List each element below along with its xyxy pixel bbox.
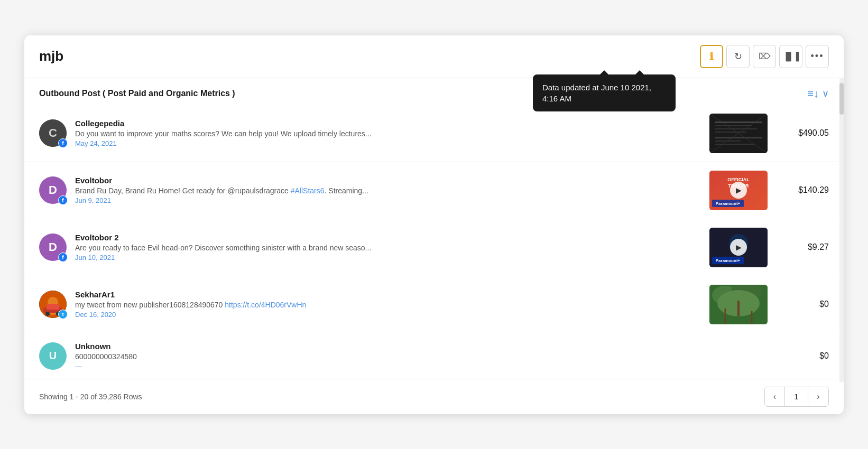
scrollbar-thumb[interactable] (839, 83, 844, 115)
play-button: ▶ (730, 239, 747, 256)
info-icon: ℹ (709, 50, 714, 63)
post-amount: $490.05 (776, 128, 829, 138)
post-thumbnail: OFFICIAL TRAILER Paramount+ ▶ (709, 171, 768, 210)
scrollbar-track[interactable] (839, 78, 844, 382)
svg-point-27 (45, 312, 50, 316)
svg-text:Paramount+: Paramount+ (716, 258, 741, 263)
chevron-down-icon: ∨ (822, 88, 829, 99)
post-link[interactable]: https://t.co/4HD06rVwHn (225, 301, 306, 309)
svg-rect-6 (715, 125, 752, 126)
section-title: Outbound Post ( Post Paid and Organic Me… (39, 89, 235, 98)
more-button[interactable]: ••• (806, 45, 829, 68)
sort-icon: ≡↓ (807, 88, 819, 100)
table-row: D f Evoltobor 2 Are you ready to face Ev… (24, 219, 844, 276)
svg-text:OFFICIAL: OFFICIAL (727, 177, 750, 182)
post-thumbnail: Paramount+ ▶ (709, 228, 768, 267)
post-amount: $0 (776, 300, 829, 309)
hashtag-link[interactable]: #AllStars6 (291, 186, 325, 195)
twitter-badge: t (58, 310, 68, 319)
table-row: D f Evoltobor Brand Ru Day, Brand Ru Hom… (24, 162, 844, 219)
post-info: Evoltobor Brand Ru Day, Brand Ru Home! G… (75, 176, 701, 204)
table-row: C f Collegepedia Do you want to improve … (24, 105, 844, 162)
current-page: 1 (785, 387, 808, 406)
chart-button[interactable]: ▐▌▐ (779, 45, 802, 68)
post-amount: $0 (776, 351, 829, 361)
svg-rect-11 (715, 144, 754, 145)
post-date: Jun 10, 2021 (75, 254, 701, 261)
footer-showing-text: Showing 1 - 20 of 39,286 Rows (39, 392, 142, 401)
svg-rect-8 (715, 132, 746, 133)
post-text: 600000000324580 (75, 352, 417, 361)
table-row: U Unknown 600000000324580 — $0 (24, 333, 844, 379)
app-title: mjb (39, 48, 63, 64)
footer: Showing 1 - 20 of 39,286 Rows ‹ 1 › (24, 379, 844, 414)
facebook-badge: f (58, 252, 68, 262)
post-name: Collegepedia (75, 119, 701, 128)
section-header: Outbound Post ( Post Paid and Organic Me… (24, 78, 844, 105)
avatar-wrap: D f (39, 176, 67, 204)
svg-rect-9 (715, 137, 762, 138)
post-name: Evoltobor 2 (75, 233, 701, 242)
chart-icon: ▐▌▐ (783, 52, 799, 61)
avatar-letter: U (49, 350, 57, 362)
post-text: Are you ready to face Evil head-on? Disc… (75, 244, 445, 252)
header-actions: ℹ Data updated at June 10 2021, 4:16 AM … (700, 45, 829, 68)
avatar-wrap: t (39, 291, 67, 318)
post-info: Unknown 600000000324580 — (75, 342, 417, 370)
svg-text:Paramount+: Paramount+ (716, 201, 741, 206)
post-date: — (75, 362, 417, 370)
post-date: Dec 16, 2020 (75, 311, 701, 319)
prev-page-button[interactable]: ‹ (765, 387, 785, 406)
filter-icon: ⌦ (759, 51, 771, 61)
facebook-badge: f (58, 195, 68, 205)
post-date: Jun 9, 2021 (75, 197, 701, 204)
refresh-icon: ↻ (734, 51, 742, 62)
pagination: ‹ 1 › (764, 387, 829, 407)
tooltip-text: Data updated at June 10 2021, 4:16 AM (542, 83, 651, 103)
avatar-wrap: C f (39, 119, 67, 147)
facebook-badge: f (58, 138, 68, 148)
thumb-image (709, 114, 768, 153)
avatar-letter: D (49, 240, 57, 254)
post-amount: $140.29 (776, 185, 829, 195)
svg-rect-5 (715, 121, 762, 123)
post-text: Brand Ru Day, Brand Ru Home! Get ready f… (75, 186, 445, 195)
post-list: C f Collegepedia Do you want to improve … (24, 105, 844, 379)
data-tooltip: Data updated at June 10 2021, 4:16 AM (533, 74, 676, 111)
post-name: SekharAr1 (75, 290, 701, 299)
main-window: mjb ℹ Data updated at June 10 2021, 4:16… (24, 35, 844, 414)
refresh-button[interactable]: ↻ (726, 45, 750, 68)
post-text: Do you want to improve your maths scores… (75, 129, 445, 138)
more-icon: ••• (811, 51, 824, 62)
avatar-letter: D (49, 183, 57, 197)
chevron-right-icon: › (817, 392, 819, 401)
post-thumbnail (709, 285, 768, 324)
avatar-wrap: U (39, 342, 67, 370)
post-text: my tweet from new publisher1608128490670… (75, 301, 445, 309)
info-button[interactable]: ℹ (700, 45, 723, 68)
avatar-wrap: D f (39, 233, 67, 261)
post-info: SekharAr1 my tweet from new publisher160… (75, 290, 701, 319)
post-info: Evoltobor 2 Are you ready to face Evil h… (75, 233, 701, 261)
sort-controls[interactable]: ≡↓ ∨ (807, 88, 829, 100)
svg-rect-26 (47, 304, 59, 310)
post-thumbnail (709, 114, 768, 153)
post-amount: $9.27 (776, 242, 829, 252)
table-row: t SekharAr1 my tweet from new publisher1… (24, 276, 844, 333)
svg-rect-10 (715, 141, 741, 142)
play-button: ▶ (730, 182, 747, 199)
filter-button[interactable]: ⌦ (753, 45, 776, 68)
svg-text:C: C (49, 126, 57, 139)
avatar: U (39, 342, 67, 370)
svg-rect-7 (715, 128, 757, 129)
post-info: Collegepedia Do you want to improve your… (75, 119, 701, 147)
header: mjb ℹ Data updated at June 10 2021, 4:16… (24, 35, 844, 78)
chevron-left-icon: ‹ (773, 392, 776, 401)
thumb-image (709, 285, 768, 324)
post-name: Unknown (75, 342, 417, 351)
post-date: May 24, 2021 (75, 139, 701, 147)
post-name: Evoltobor (75, 176, 701, 185)
next-page-button[interactable]: › (808, 387, 828, 406)
